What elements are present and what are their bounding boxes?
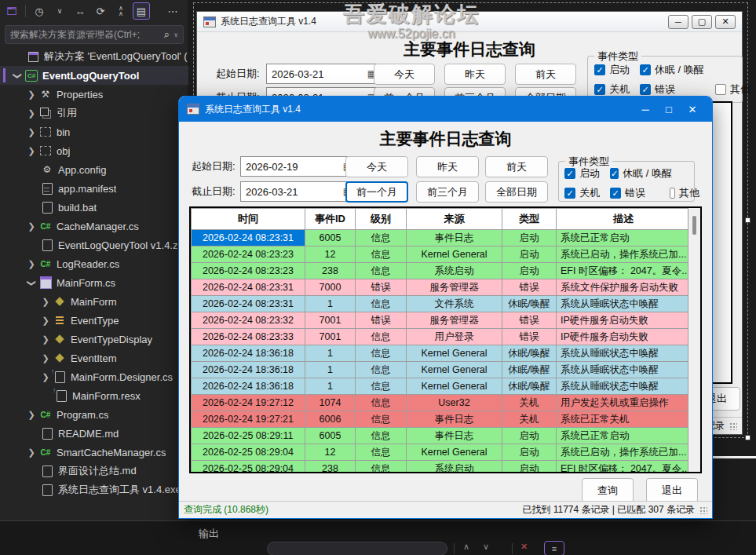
table-cell[interactable]: 2026-02-25 08:29:11 — [192, 428, 305, 444]
bg-minimize-button[interactable]: ─ — [668, 15, 688, 29]
collapse-all-icon[interactable]: ∧∧ — [112, 2, 130, 20]
table-cell[interactable]: 系统文件保护服务启动失败 — [557, 279, 691, 296]
tree-item[interactable]: app.manifest — [0, 179, 188, 198]
maximize-button[interactable]: □ — [657, 100, 681, 118]
query-button[interactable]: 查询 — [582, 478, 634, 503]
tree-item[interactable]: ❯EventItem — [0, 349, 188, 367]
table-row[interactable]: 2026-02-24 08:23:311信息文件系统休眠/唤醒系统从睡眠状态中唤… — [192, 296, 691, 312]
scrollbar-thumb[interactable] — [692, 216, 696, 235]
unchecked-checkbox-icon[interactable] — [715, 84, 726, 95]
table-row[interactable]: 2026-02-24 08:23:327001错误服务管理器错误IP硬件服务启动… — [192, 312, 691, 329]
tree-item[interactable]: ❯⚒Properties — [0, 85, 188, 104]
chevron-icon[interactable]: ❯ — [38, 316, 53, 326]
table-cell[interactable]: 2026-02-25 08:29:04 — [192, 444, 305, 461]
table-cell[interactable]: 系统启动 — [407, 263, 502, 279]
window-titlebar[interactable]: 系统日志查询工具 v1.4 ─ □ ✕ — [179, 97, 712, 122]
bg-start-date-input[interactable]: 2026-03-21 ▦ ▼ — [266, 64, 392, 84]
chevron-icon[interactable]: ❯ — [24, 146, 39, 156]
yesterday-button[interactable]: 昨天 — [444, 64, 506, 85]
today-button[interactable]: 今天 — [345, 156, 408, 177]
column-header[interactable]: 来源 — [407, 209, 502, 230]
table-cell[interactable]: 休眠/唤醒 — [502, 296, 557, 312]
table-cell[interactable]: 启动 — [502, 263, 557, 279]
more-icon[interactable]: ⋯ — [164, 2, 181, 20]
table-cell[interactable]: 系统已启动，操作系统已加... — [557, 444, 691, 461]
tree-item[interactable]: 界面设计总结.md — [0, 462, 188, 480]
tree-item[interactable]: ❯C#Program.cs — [0, 405, 188, 424]
table-cell[interactable]: 信息 — [356, 296, 407, 312]
chevron-icon[interactable]: ❯ — [38, 334, 53, 345]
table-cell[interactable]: 休眠/唤醒 — [502, 345, 557, 362]
main-window[interactable]: 系统日志查询工具 v1.4 ─ □ ✕ 主要事件日志查询 起始日期: 2026-… — [178, 96, 713, 519]
table-cell[interactable]: 7000 — [305, 279, 356, 296]
column-header[interactable]: 描述 — [557, 209, 691, 230]
checkbox-3[interactable]: ✓关机 — [594, 82, 640, 97]
table-cell[interactable]: 1 — [305, 345, 356, 362]
table-cell[interactable]: 系统已正常关机 — [557, 411, 691, 428]
table-row[interactable]: 2026-02-24 19:27:216006信息事件日志关机系统已正常关机 — [192, 411, 691, 428]
table-row[interactable]: 2026-02-25 08:29:116005信息事件日志启动系统已正常启动 — [192, 428, 691, 444]
chevron-icon[interactable]: ❯ — [24, 89, 39, 100]
checked-checkbox-icon[interactable]: ✓ — [640, 64, 651, 75]
table-cell[interactable]: 2026-02-24 19:27:21 — [192, 411, 305, 428]
bg-close-button[interactable]: ✕ — [715, 15, 736, 29]
checked-checkbox-icon[interactable]: ✓ — [564, 188, 575, 199]
table-cell[interactable]: 文件系统 — [407, 296, 502, 312]
table-cell[interactable]: 休眠/唤醒 — [502, 378, 557, 395]
table-cell[interactable]: 信息 — [356, 428, 407, 444]
chevron-down-icon[interactable]: ∨ — [51, 2, 68, 20]
table-cell[interactable]: Kernel General — [407, 362, 502, 378]
table-cell[interactable]: 启动 — [502, 428, 557, 444]
table-cell[interactable]: 2026-02-24 08:23:31 — [192, 296, 305, 312]
search-input[interactable]: 搜索解决方案资源管理器(Ctrl+; ⌕ ∨ — [5, 25, 184, 44]
today-button[interactable]: 今天 — [374, 64, 435, 85]
table-cell[interactable]: 事件日志 — [407, 428, 502, 444]
chevron-icon[interactable]: ❯ — [24, 127, 39, 137]
table-cell[interactable]: 关机 — [502, 395, 557, 411]
table-cell[interactable]: 服务管理器 — [407, 312, 502, 329]
table-cell[interactable]: 信息 — [356, 461, 407, 474]
table-row[interactable]: 2026-02-25 08:29:0412信息Kernel General启动系… — [192, 444, 691, 461]
table-cell[interactable]: 信息 — [356, 411, 407, 428]
table-cell[interactable]: 信息 — [356, 246, 407, 263]
checkbox-5[interactable]: 其他 — [715, 82, 753, 97]
results-table[interactable]: 时间事件ID级别来源类型描述2026-02-24 08:23:316005信息事… — [189, 206, 702, 473]
table-cell[interactable]: 2026-02-24 08:23:23 — [192, 263, 305, 279]
table-row[interactable]: 2026-02-24 08:23:317000错误服务管理器错误系统文件保护服务… — [192, 279, 691, 296]
tree-item[interactable]: ❯EventType — [0, 311, 188, 330]
checked-checkbox-icon[interactable]: ✓ — [610, 168, 619, 179]
table-cell[interactable]: EFI 时区偏移： 2047。夏令... — [557, 461, 691, 474]
tree-item[interactable]: ❯C#SmartCacheManager.cs — [0, 443, 188, 462]
solution-explorer-icon[interactable]: 🗔 — [3, 2, 20, 20]
clear-output-icon[interactable]: ✕ — [520, 542, 528, 552]
table-cell[interactable]: 关机 — [502, 411, 557, 428]
table-cell[interactable]: 2026-02-24 08:23:33 — [192, 329, 305, 345]
checked-checkbox-icon[interactable]: ✓ — [610, 188, 621, 199]
table-row[interactable]: 2026-02-24 18:36:181信息Kernel General休眠/唤… — [192, 345, 691, 362]
table-cell[interactable]: 系统已启动，操作系统已加... — [557, 246, 691, 263]
table-cell[interactable]: 信息 — [356, 345, 407, 362]
resize-handle-corner[interactable] — [745, 435, 751, 440]
checkbox-2[interactable]: ✓休眠 / 唤醒 — [610, 166, 670, 181]
table-cell[interactable]: 事件日志 — [407, 230, 502, 246]
table-cell[interactable]: 错误 — [356, 279, 407, 296]
word-wrap-icon[interactable]: ≡ — [544, 541, 564, 555]
chevron-down-icon[interactable]: ∨ — [173, 31, 178, 38]
table-cell[interactable]: 错误 — [502, 312, 557, 329]
table-cell[interactable]: 2026-02-24 19:27:12 — [192, 395, 305, 411]
chevron-icon[interactable]: ❯ — [24, 259, 39, 269]
table-cell[interactable]: 信息 — [356, 329, 407, 345]
tree-item[interactable]: MainForm.resx — [0, 386, 188, 405]
unchecked-checkbox-icon[interactable] — [670, 188, 675, 199]
table-cell[interactable]: 2026-02-24 18:36:18 — [192, 345, 305, 362]
table-cell[interactable]: 事件日志 — [407, 411, 502, 428]
table-row[interactable]: 2026-02-24 19:27:121074信息User32关机用户发起关机或… — [192, 395, 691, 411]
table-cell[interactable]: IP硬件服务启动失败 — [557, 312, 691, 329]
tree-item[interactable]: ⚙App.config — [0, 160, 188, 179]
resize-grip[interactable] — [729, 422, 737, 430]
tree-item[interactable]: ❯C#EventLogQueryTool — [0, 66, 188, 85]
output-source-dropdown[interactable] — [267, 542, 447, 555]
checked-checkbox-icon[interactable]: ✓ — [594, 84, 605, 95]
table-cell[interactable]: 错误 — [502, 329, 557, 345]
bg-maximize-button[interactable]: ▢ — [692, 15, 712, 29]
